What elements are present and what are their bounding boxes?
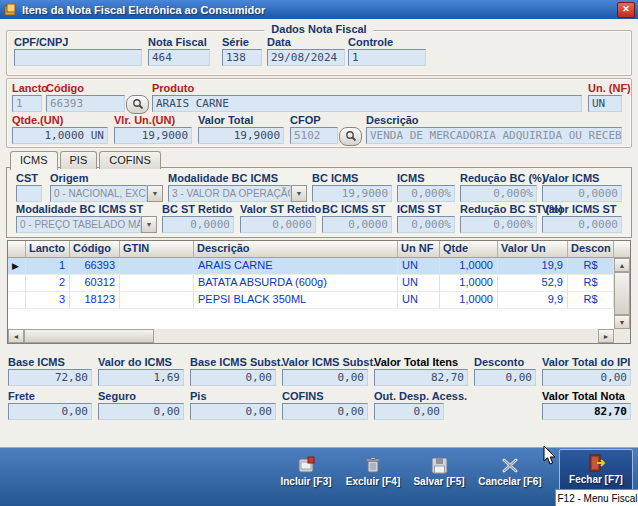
excluir-button[interactable]: Excluir [F4] <box>341 452 405 487</box>
desconto-input[interactable]: 0,00 <box>474 369 536 386</box>
pis-input[interactable]: 0,00 <box>190 403 276 420</box>
codigo-search-button[interactable] <box>126 95 149 114</box>
icms-input[interactable]: 0,000% <box>397 185 455 202</box>
scroll-down-icon[interactable]: ▼ <box>614 315 630 329</box>
salvar-button[interactable]: Salvar [F5] <box>407 452 471 487</box>
origem-select[interactable]: 0 - NACIONAL, EXCETO ▼ <box>50 185 163 202</box>
field-label: Modalidade BC ICMS ST <box>16 203 157 216</box>
col-descricao[interactable]: Descrição <box>194 241 398 258</box>
field-label: Seguro <box>98 390 184 403</box>
vertical-scrollbar[interactable]: ▲ ▼ <box>614 258 630 329</box>
field-base-icms-subst: Base ICMS Subst. 0,00 <box>190 356 276 386</box>
scroll-left-icon[interactable]: ◄ <box>8 329 24 343</box>
field-bc-icms-st: BC ICMS ST 0,0000 <box>322 203 392 233</box>
tab-icms[interactable]: ICMS <box>10 151 58 170</box>
cell-gtin <box>120 292 194 309</box>
valor-icms-input[interactable]: 0,0000 <box>542 185 622 202</box>
serie-input[interactable]: 138 <box>222 49 262 66</box>
field-label: Out. Desp. Acess. <box>374 390 444 403</box>
qtde-input[interactable]: 1,0000 UN <box>12 127 108 144</box>
tab-pis[interactable]: PIS <box>60 151 98 169</box>
col-qtde[interactable]: Qtde <box>440 241 498 258</box>
chevron-down-icon[interactable]: ▼ <box>291 185 307 202</box>
valor-st-retido-input[interactable]: 0,0000 <box>240 216 316 233</box>
valor-icms-subst-input[interactable]: 0,00 <box>282 369 368 386</box>
cofins-input[interactable]: 0,00 <box>282 403 368 420</box>
valor-total-nota-input[interactable]: 82,70 <box>542 403 631 420</box>
close-button[interactable]: ✕ <box>617 2 635 18</box>
valor-total-itens-input[interactable]: 82,70 <box>374 369 468 386</box>
data-input[interactable]: 29/08/2024 <box>267 49 345 66</box>
modalidade-bc-icms-select[interactable]: 3 - VALOR DA OPERAÇÃO ▼ <box>168 185 307 202</box>
field-cpf-cnpj: CPF/CNPJ <box>14 36 142 66</box>
controle-input[interactable]: 1 <box>348 49 426 66</box>
field-label: Valor ICMS <box>542 172 622 185</box>
button-label: Incluir [F3] <box>280 476 331 487</box>
cfop-input[interactable]: 5102 <box>290 127 338 144</box>
base-icms-input[interactable]: 72,80 <box>8 369 92 386</box>
valor-total-item-input[interactable]: 19,9000 <box>198 127 284 144</box>
field-valor-icms-subst: Valor ICMS Subst. 0,00 <box>282 356 368 386</box>
produto-input[interactable]: ARAIS CARNE <box>152 95 582 112</box>
out-desp-acess-input[interactable]: 0,00 <box>374 403 444 420</box>
status-bar: F12 - Menu Fiscal <box>555 489 638 506</box>
un-nf-input[interactable]: UN <box>588 95 622 112</box>
cell-codigo: 60312 <box>70 275 120 292</box>
group-title: Dados Nota Fiscal <box>264 23 373 35</box>
col-valor-un[interactable]: Valor Un <box>498 241 568 258</box>
col-un-nf[interactable]: Un NF <box>398 241 440 258</box>
field-un-nf: Un. (NF) UN <box>588 82 622 112</box>
bc-icms-st-input[interactable]: 0,0000 <box>322 216 392 233</box>
table-row[interactable]: 3 18123 PEPSI BLACK 350ML UN 1,0000 9,9 … <box>8 292 614 309</box>
bc-icms-input[interactable]: 19,9000 <box>312 185 392 202</box>
tab-cofins[interactable]: COFINS <box>99 151 161 169</box>
field-label: Vlr. Un.(UN) <box>114 114 192 127</box>
bc-st-retido-input[interactable]: 0,0000 <box>162 216 234 233</box>
scrollbar-thumb[interactable] <box>614 272 630 315</box>
scrollbar-thumb[interactable] <box>24 329 154 343</box>
seguro-input[interactable]: 0,00 <box>98 403 184 420</box>
field-frete: Frete 0,00 <box>8 390 92 420</box>
col-lancto[interactable]: Lancto <box>26 241 70 258</box>
nota-fiscal-input[interactable]: 464 <box>148 49 210 66</box>
vlr-un-input[interactable]: 19,9000 <box>114 127 192 144</box>
field-label: Série <box>222 36 262 49</box>
cell-desconto: R$ <box>568 292 614 309</box>
valor-total-ipi-input[interactable]: 0,00 <box>542 369 631 386</box>
scroll-up-icon[interactable]: ▲ <box>614 258 630 272</box>
table-row[interactable]: ▶ 1 66393 ARAIS CARNE UN 1,0000 19,9 R$ <box>8 258 614 275</box>
cell-qtde: 1,0000 <box>440 275 498 292</box>
descricao-cfop-input[interactable]: VENDA DE MERCADORIA ADQUIRIDA OU RECEBID… <box>366 127 622 144</box>
lancto-input[interactable]: 1 <box>12 95 42 112</box>
valor-icms-st-input[interactable]: 0,0000 <box>542 216 622 233</box>
modalidade-bc-icms-st-select[interactable]: 0 - PREÇO TABELADO MÁXIMO ▼ <box>16 216 157 233</box>
cst-input[interactable] <box>16 185 42 202</box>
valor-do-icms-input[interactable]: 1,69 <box>98 369 184 386</box>
incluir-button[interactable]: Incluir [F3] <box>274 452 338 487</box>
chevron-down-icon[interactable]: ▼ <box>147 185 163 202</box>
reducao-bc-st-input[interactable]: 0,000% <box>460 216 537 233</box>
col-gtin[interactable]: GTIN <box>120 241 194 258</box>
table-row[interactable]: 2 60312 BATATA ABSURDA (600g) UN 1,0000 … <box>8 275 614 292</box>
icms-st-input[interactable]: 0,000% <box>397 216 455 233</box>
cfop-search-button[interactable] <box>339 127 362 146</box>
field-label: BC ICMS ST <box>322 203 392 216</box>
codigo-input[interactable]: 66393 <box>46 95 125 112</box>
chevron-down-icon[interactable]: ▼ <box>141 216 157 233</box>
cancelar-button[interactable]: Cancelar [F6] <box>477 452 543 487</box>
horizontal-scrollbar[interactable]: ◄ ► <box>8 329 614 343</box>
reducao-bc-input[interactable]: 0,000% <box>460 185 537 202</box>
field-valor-total-ipi: Valor Total do IPI 0,00 <box>542 356 631 386</box>
col-codigo[interactable]: Código <box>70 241 120 258</box>
cell-valor-un: 9,9 <box>498 292 568 309</box>
cell-desconto: R$ <box>568 258 614 275</box>
cell-qtde: 1,0000 <box>440 292 498 309</box>
scroll-right-icon[interactable]: ► <box>598 329 614 343</box>
field-label: Valor ICMS Subst. <box>282 356 368 369</box>
col-desconto[interactable]: Descon <box>568 241 614 258</box>
frete-input[interactable]: 0,00 <box>8 403 92 420</box>
cell-lancto: 1 <box>26 258 70 275</box>
cpf-cnpj-input[interactable] <box>14 49 142 66</box>
base-icms-subst-input[interactable]: 0,00 <box>190 369 276 386</box>
field-label: BC ICMS <box>312 172 392 185</box>
